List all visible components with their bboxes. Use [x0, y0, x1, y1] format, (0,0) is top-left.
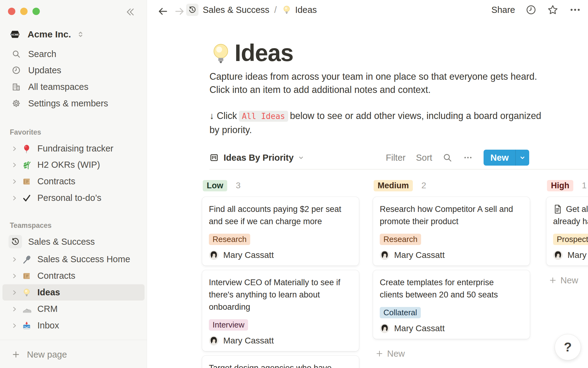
page-title[interactable]: Ideas: [235, 39, 293, 67]
column-count: 1: [582, 181, 587, 190]
sidebar-item-sales-success[interactable]: Sales & Success: [0, 233, 147, 250]
page-description[interactable]: Capture ideas from across your team in o…: [209, 70, 537, 96]
description-line: Click into an item to add additional not…: [209, 83, 537, 96]
tag-prospect: Prospect: [553, 234, 588, 245]
filter-button[interactable]: Filter: [386, 153, 405, 163]
callout-block[interactable]: ↓ ClickAll Ideasbelow to see or add othe…: [209, 109, 541, 136]
minimize-button[interactable]: [20, 8, 28, 15]
column-count: 3: [236, 181, 241, 190]
sidebar-item-label: Contracts: [37, 271, 75, 281]
column-header[interactable]: High 1: [547, 179, 588, 192]
scroll-icon: [22, 271, 32, 281]
view-more-options-icon[interactable]: [463, 152, 473, 163]
help-button[interactable]: ?: [555, 334, 581, 360]
gear-icon: [12, 99, 21, 108]
sidebar-item-settings[interactable]: Settings & members: [0, 95, 147, 111]
zoom-button[interactable]: [32, 8, 40, 15]
forward-arrow-icon[interactable]: [174, 6, 185, 17]
card-title: Research how Competitor A sell and promo…: [380, 203, 523, 228]
card-title: Create templates for enterprise clients …: [380, 276, 523, 301]
search-icon: [12, 49, 21, 59]
breadcrumb-teamspace[interactable]: Sales & Success: [203, 5, 270, 15]
chevron-right-icon[interactable]: [11, 289, 18, 296]
column-header[interactable]: Low 3: [203, 179, 359, 192]
chevron-right-icon[interactable]: [11, 162, 18, 168]
chevron-right-icon[interactable]: [11, 178, 18, 185]
clock-icon: [12, 66, 21, 75]
all-ideas-code-chip: All Ideas: [239, 111, 288, 122]
sidebar-item-inbox[interactable]: Inbox: [0, 317, 147, 334]
chevron-right-icon[interactable]: [11, 195, 18, 201]
more-options-icon[interactable]: [569, 4, 581, 16]
sidebar-item-fundraising-tracker[interactable]: Fundraising tracker: [0, 140, 147, 157]
close-button[interactable]: [8, 8, 15, 15]
chevron-right-icon[interactable]: [11, 322, 18, 329]
new-page-button[interactable]: New page: [0, 347, 147, 362]
sidebar-item-label: Contracts: [37, 176, 75, 186]
chevron-right-icon[interactable]: [11, 273, 18, 279]
sidebar-item-updates[interactable]: Updates: [0, 62, 147, 78]
sidebar-item-h2-okrs[interactable]: H2 OKRs (WIP): [0, 157, 147, 173]
person-name: Mary Cassatt: [223, 336, 274, 346]
acme-logo-icon: ACME: [9, 29, 21, 40]
lightbulb-icon: [22, 288, 32, 297]
column-header[interactable]: Medium 2: [374, 179, 530, 192]
history-clock-icon[interactable]: [186, 4, 198, 16]
check-mark-icon: [22, 194, 32, 203]
sidebar: ACME Acme Inc. Search Updates All teamsp…: [0, 0, 147, 368]
callout-line: by priority.: [209, 123, 541, 136]
card-person: Mary Cassatt: [209, 336, 352, 346]
column-pill-low: Low: [203, 180, 227, 191]
view-toolbar: Ideas By Priority Filter Sort New: [209, 149, 529, 166]
board-card[interactable]: Target design agencies who have: [202, 356, 359, 368]
chevron-right-icon[interactable]: [11, 306, 18, 312]
add-card-button[interactable]: New: [375, 347, 530, 360]
tag-interview: Interview: [209, 319, 248, 331]
back-arrow-icon[interactable]: [157, 6, 169, 17]
sidebar-item-crm[interactable]: CRM: [0, 301, 147, 317]
history-clock-icon: [9, 235, 22, 248]
sidebar-item-personal-todos[interactable]: Personal to-do’s: [0, 190, 147, 206]
chevron-right-icon[interactable]: [11, 145, 18, 152]
svg-text:ACME: ACME: [11, 33, 19, 36]
sidebar-item-ideas[interactable]: Ideas: [2, 284, 145, 301]
callout-line: ↓ ClickAll Ideasbelow to see or add othe…: [209, 109, 541, 123]
page-emoji-lightbulb[interactable]: [211, 43, 231, 64]
sidebar-item-label: Settings & members: [28, 98, 108, 109]
sidebar-item-search[interactable]: Search: [0, 46, 147, 62]
favorite-star-icon[interactable]: [547, 4, 559, 16]
sidebar-item-all-teamspaces[interactable]: All teamspaces: [0, 79, 147, 95]
sidebar-item-label: Sales & Success: [28, 237, 95, 247]
board-card[interactable]: Interview CEO of Materially to see if th…: [202, 270, 359, 351]
board-card[interactable]: Create templates for enterprise clients …: [373, 270, 530, 339]
sidebar-collapse-icon[interactable]: [125, 7, 135, 17]
plus-icon: [549, 276, 557, 284]
board-card[interactable]: Research how Competitor A sell and promo…: [373, 197, 530, 266]
sidebar-item-sales-success-home[interactable]: Sales & Success Home: [0, 251, 147, 267]
avatar: [209, 250, 219, 260]
view-tab[interactable]: Ideas By Priority: [209, 153, 305, 163]
board-column-high: High 1 Get all already ha Prospect Mary …: [546, 179, 588, 287]
card-person: Mary Cassatt: [209, 250, 352, 260]
sneaker-icon: [22, 305, 32, 314]
card-person: Mary Cassatt: [553, 250, 588, 260]
share-button[interactable]: Share: [492, 5, 515, 15]
board-card[interactable]: Find all accounts paying $2 per seat and…: [202, 197, 359, 266]
chevron-right-icon[interactable]: [11, 256, 18, 263]
board-card[interactable]: Get all already ha Prospect Mary Cassatt: [546, 197, 588, 266]
new-button-dropdown[interactable]: [516, 150, 529, 166]
sort-button[interactable]: Sort: [416, 153, 432, 163]
sidebar-item-contracts-fav[interactable]: Contracts: [0, 173, 147, 190]
sidebar-item-label: Personal to-do’s: [37, 193, 101, 203]
sidebar-item-label: Ideas: [37, 287, 60, 297]
updates-clock-icon[interactable]: [526, 4, 537, 15]
search-icon[interactable]: [443, 153, 452, 163]
sidebar-item-contracts-team[interactable]: Contracts: [0, 268, 147, 284]
topbar: Sales & Success / Ideas Share: [147, 0, 588, 23]
breadcrumb-page[interactable]: Ideas: [295, 5, 317, 15]
board-column-low: Low 3 Find all accounts paying $2 per se…: [202, 179, 359, 368]
new-button[interactable]: New: [484, 150, 515, 166]
workspace-switcher[interactable]: ACME Acme Inc.: [9, 26, 141, 42]
callout-prefix: ↓ Click: [209, 110, 237, 121]
add-card-button[interactable]: New: [549, 274, 588, 287]
